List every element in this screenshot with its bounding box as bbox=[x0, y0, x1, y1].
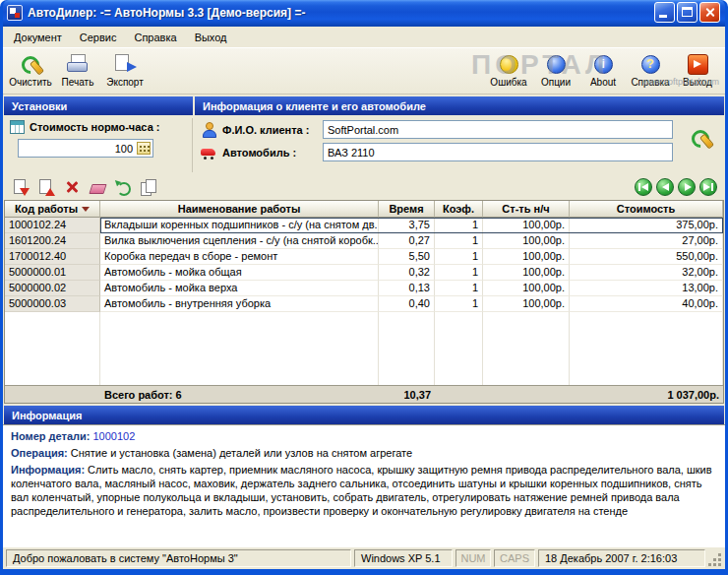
nav-prev-button[interactable] bbox=[656, 178, 674, 196]
table-header-row: Код работыНаименование работыВремяКоэф.С… bbox=[5, 201, 723, 218]
toolbar-left-group: ОчиститьПечатьЭкспорт bbox=[7, 49, 149, 88]
table-row[interactable]: 5000000.02Автомобиль - мойка верха0,1311… bbox=[5, 281, 723, 296]
status-welcome: Добро пожаловать в систему "АвтоНормы 3" bbox=[6, 549, 351, 567]
clear-button[interactable]: Очистить bbox=[7, 49, 54, 88]
add-work-button[interactable] bbox=[11, 177, 30, 197]
toolbar-button-label: Печать bbox=[62, 77, 94, 88]
rate-label: Стоимость нормо-часа : bbox=[30, 121, 159, 133]
table-empty-area bbox=[5, 312, 723, 385]
works-toolbar bbox=[3, 174, 725, 200]
table-rows: 1000102.24Вкладыши коренных подшипников … bbox=[5, 218, 723, 312]
menu-bar: ДокументСервисСправкаВыход bbox=[3, 27, 725, 48]
footer-total-label: Всего работ: 6 bbox=[100, 388, 379, 402]
table-row[interactable]: 1601200.24Вилка выключения сцепления - с… bbox=[5, 233, 723, 249]
rate-input[interactable] bbox=[19, 143, 137, 155]
car-input[interactable] bbox=[323, 143, 673, 161]
error-button[interactable]: Ошибка bbox=[485, 49, 532, 88]
column-header[interactable]: Коэф. bbox=[435, 201, 483, 218]
minimize-button[interactable] bbox=[654, 2, 675, 23]
nav-last-button[interactable] bbox=[699, 178, 717, 196]
add-doc-icon bbox=[12, 178, 30, 196]
about-button[interactable]: About bbox=[579, 49, 627, 88]
table-cell: 0,13 bbox=[379, 281, 435, 296]
erase-works-button[interactable] bbox=[88, 177, 107, 197]
nav-first-icon bbox=[636, 179, 651, 195]
menu-item-exit[interactable]: Выход bbox=[186, 30, 236, 45]
nav-first-button[interactable] bbox=[635, 178, 652, 196]
about-icon bbox=[590, 52, 616, 76]
refresh-icon bbox=[114, 178, 132, 196]
part-number-value[interactable]: 1000102 bbox=[92, 430, 135, 442]
resize-grip[interactable] bbox=[708, 549, 722, 567]
client-panel-header: Информация о клиенте и его автомобиле bbox=[195, 96, 724, 115]
rate-icon bbox=[10, 120, 25, 134]
table-cell: 1 bbox=[435, 249, 483, 265]
status-num-lock: NUM bbox=[455, 549, 491, 567]
table-cell: 40,00р. bbox=[570, 296, 723, 312]
table-cell: 1 bbox=[435, 281, 483, 296]
table-cell: 3,75 bbox=[379, 218, 435, 233]
works-table: Код работыНаименование работыВремяКоэф.С… bbox=[4, 200, 724, 404]
table-row[interactable]: 5000000.01Автомобиль - мойка общая0,3211… bbox=[5, 265, 723, 281]
table-row[interactable]: 5000000.03Автомобиль - внутренняя уборка… bbox=[5, 296, 723, 312]
menu-item-help[interactable]: Справка bbox=[125, 30, 185, 45]
info-text: Слить масло, снять картер, приемник масл… bbox=[11, 464, 712, 517]
exit-icon bbox=[685, 52, 710, 76]
nav-next-button[interactable] bbox=[678, 178, 696, 196]
clear-client-button[interactable] bbox=[688, 126, 713, 150]
table-cell: Вилка выключения сцепления - с/у (на сня… bbox=[100, 233, 379, 249]
client-panel: Ф.И.О. клиента : Автомобиль : bbox=[195, 118, 724, 172]
table-row[interactable]: 1700012.40Коробка передач в сборе - ремо… bbox=[5, 249, 723, 265]
column-header[interactable]: Стоимость bbox=[570, 201, 723, 218]
exit-button[interactable]: Выход bbox=[674, 49, 721, 88]
menu-item-document[interactable]: Документ bbox=[5, 30, 71, 45]
part-number-label: Номер детали: bbox=[11, 430, 90, 442]
table-cell: 100,00р. bbox=[483, 218, 570, 233]
close-button[interactable] bbox=[699, 2, 720, 23]
copy-button[interactable] bbox=[139, 177, 158, 197]
column-header[interactable]: Наименование работы bbox=[100, 201, 379, 218]
table-cell: 5000000.02 bbox=[5, 281, 100, 296]
refresh-button[interactable] bbox=[113, 177, 133, 197]
toolbar-button-label: About bbox=[590, 77, 616, 88]
table-cell: 1700012.40 bbox=[5, 249, 100, 265]
panels-row: Стоимость нормо-часа : Ф.И.О. клиента : bbox=[3, 115, 725, 174]
toolbar-right-group: ПОРТАЛ www.softportal.com ОшибкаОпцииAbo… bbox=[485, 49, 721, 88]
export-button[interactable]: Экспорт bbox=[101, 49, 149, 88]
car-icon bbox=[201, 146, 216, 160]
table-cell: 375,00р. bbox=[570, 218, 723, 233]
column-header[interactable]: Ст-ть н/ч bbox=[483, 201, 570, 218]
sort-indicator-icon bbox=[82, 207, 90, 212]
table-cell: 27,00р. bbox=[570, 233, 723, 249]
client-name-input[interactable] bbox=[323, 120, 673, 139]
table-row[interactable]: 1000102.24Вкладыши коренных подшипников … bbox=[5, 218, 723, 233]
status-datetime: 18 Декабрь 2007 г. 2:16:03 bbox=[538, 549, 705, 567]
table-cell: 0,27 bbox=[379, 233, 435, 249]
table-cell: 1 bbox=[435, 265, 483, 281]
status-bar: Добро пожаловать в систему "АвтоНормы 3"… bbox=[3, 547, 725, 569]
help-button[interactable]: Справка bbox=[627, 49, 674, 88]
operation-label: Операция: bbox=[11, 447, 68, 459]
table-cell: 0,32 bbox=[379, 265, 435, 281]
settings-panel: Стоимость нормо-часа : bbox=[4, 118, 193, 172]
table-cell: 5000000.01 bbox=[5, 265, 100, 281]
insert-work-button[interactable] bbox=[36, 177, 56, 197]
delete-work-button[interactable] bbox=[62, 177, 82, 197]
toolbar-button-label: Ошибка bbox=[490, 77, 526, 88]
info-panel-header: Информация bbox=[4, 406, 724, 424]
column-header[interactable]: Код работы bbox=[5, 201, 100, 218]
app-icon bbox=[7, 5, 23, 21]
column-header[interactable]: Время bbox=[379, 201, 435, 218]
operation-text: Снятие и установка (замена) деталей или … bbox=[71, 447, 412, 459]
info-label: Информация: bbox=[11, 464, 85, 476]
record-navigator bbox=[635, 178, 717, 196]
titlebar[interactable]: АвтоДилер: -= АвтоНормы 3.3 [Демо-версия… bbox=[3, 0, 725, 27]
toolbar-button-label: Выход bbox=[683, 77, 712, 88]
window-body: ДокументСервисСправкаВыход ОчиститьПечат… bbox=[3, 27, 725, 569]
toolbar-button-label: Экспорт bbox=[106, 77, 144, 88]
options-button[interactable]: Опции bbox=[532, 49, 579, 88]
maximize-button[interactable] bbox=[677, 2, 698, 23]
print-button[interactable]: Печать bbox=[54, 49, 101, 88]
menu-item-service[interactable]: Сервис bbox=[71, 30, 126, 45]
calculator-icon[interactable] bbox=[137, 142, 151, 155]
